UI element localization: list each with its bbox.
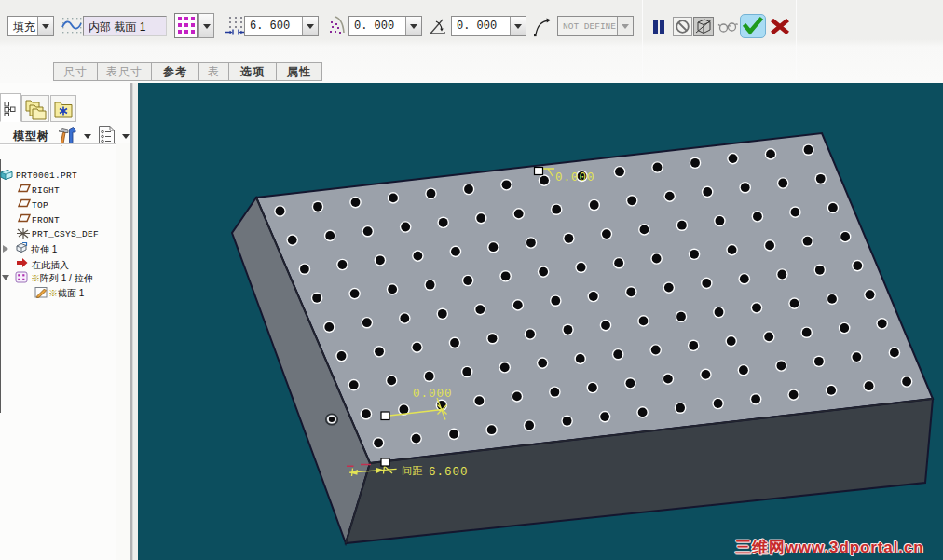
svg-text:0.000: 0.000 (413, 388, 453, 401)
svg-text:6.600: 6.600 (429, 466, 469, 479)
svg-text:间距: 间距 (402, 465, 423, 476)
svg-text:0.000: 0.000 (555, 171, 595, 184)
